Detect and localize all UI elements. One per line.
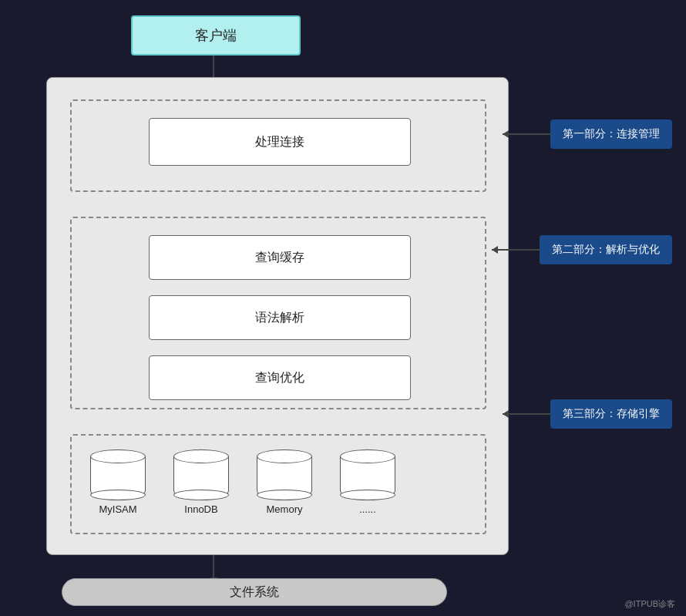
cyl-top-other — [340, 449, 395, 463]
annotation-connection: 第一部分：连接管理 — [503, 119, 672, 149]
label-storage: 第三部分：存储引擎 — [550, 399, 672, 429]
cyl-bottom-innodb — [173, 490, 229, 500]
section-connection: 处理连接 — [70, 99, 486, 192]
engine-innodb: InnoDB — [170, 449, 232, 515]
client-box: 客户端 — [131, 15, 301, 56]
annotation-storage-text: 第三部分：存储引擎 — [563, 407, 660, 419]
arrow-main-to-fs — [213, 555, 214, 578]
engine-myisam-label: MyISAM — [99, 503, 136, 515]
client-label: 客户端 — [195, 26, 237, 45]
cyl-bottom-myisam — [90, 490, 146, 500]
process-connection-box: 处理连接 — [149, 118, 411, 166]
section-parse: 查询缓存 语法解析 查询优化 — [70, 217, 486, 409]
query-cache-box: 查询缓存 — [149, 235, 411, 280]
optimize-label: 查询优化 — [255, 370, 304, 386]
engine-other-label: ...... — [359, 503, 376, 515]
process-connection-label: 处理连接 — [255, 134, 304, 150]
label-parse: 第二部分：解析与优化 — [540, 235, 672, 264]
connector-line-3 — [503, 413, 550, 415]
engine-memory-label: Memory — [267, 503, 303, 515]
arrow-head-3 — [503, 410, 509, 418]
annotation-connection-text: 第一部分：连接管理 — [563, 127, 660, 140]
cyl-top-memory — [257, 449, 312, 463]
arrow-head-1 — [503, 130, 509, 138]
main-box: 处理连接 查询缓存 语法解析 查询优化 MyISAM — [46, 77, 509, 555]
engines-row: MyISAM InnoDB Memory — [87, 449, 398, 515]
annotation-parse-text: 第二部分：解析与优化 — [552, 243, 660, 255]
diagram-container: 客户端 处理连接 查询缓存 语法解析 查询优化 — [0, 0, 686, 616]
cyl-bottom-memory — [257, 490, 312, 500]
syntax-label: 语法解析 — [255, 310, 304, 326]
cyl-bottom-other — [340, 490, 395, 500]
engine-myisam: MyISAM — [87, 449, 149, 515]
engine-memory: Memory — [254, 449, 315, 515]
cyl-top-innodb — [173, 449, 229, 463]
watermark: @ITPUB诊客 — [624, 598, 675, 610]
filesystem-label: 文件系统 — [230, 584, 279, 601]
connector-line-1 — [503, 133, 550, 135]
cyl-top-myisam — [90, 449, 146, 463]
section-storage: MyISAM InnoDB Memory — [70, 434, 486, 534]
arrow-client-to-main — [213, 56, 214, 79]
syntax-box: 语法解析 — [149, 295, 411, 340]
arrow-head-2 — [492, 246, 498, 254]
label-connection: 第一部分：连接管理 — [550, 119, 672, 149]
engine-innodb-label: InnoDB — [184, 503, 217, 515]
annotation-storage: 第三部分：存储引擎 — [503, 399, 672, 429]
connector-line-2 — [492, 249, 540, 251]
query-cache-label: 查询缓存 — [255, 250, 304, 266]
optimize-box: 查询优化 — [149, 355, 411, 400]
annotation-parse: 第二部分：解析与优化 — [492, 235, 672, 264]
filesystem-box: 文件系统 — [62, 578, 447, 606]
engine-other: ...... — [337, 449, 398, 515]
